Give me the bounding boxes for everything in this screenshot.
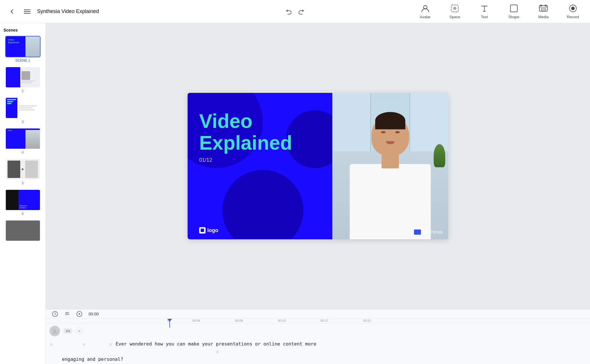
scene-label-1: SCENE 1 — [15, 58, 30, 62]
toolbar-media-label: Media — [538, 15, 548, 19]
script-text-2: engaging and personal? — [50, 356, 123, 363]
svg-point-13 — [571, 7, 575, 10]
avatar-chip — [49, 326, 60, 337]
scene-thumb-6: Welcome toSynthesia — [5, 189, 41, 211]
script-marker-1: ▷ — [50, 341, 53, 347]
topbar-left: Synthesia Video Explained — [7, 6, 415, 17]
svg-rect-8 — [539, 5, 547, 11]
main-area: Scenes VideoExplained SCENE 1 — [0, 23, 590, 364]
toolbar-avatar-label: Avatar — [420, 15, 430, 19]
script-marker-2: ▷ — [83, 341, 85, 347]
timeline-track-area: EN > ▷ ▷ ▷ Ever wondered how you can mak… — [46, 324, 590, 364]
scenes-sidebar: Scenes VideoExplained SCENE 1 — [0, 23, 46, 364]
scene-thumb-4: TITLE — [5, 128, 41, 149]
toolbar-media[interactable]: Media — [533, 4, 554, 19]
ruler-marks: 0 00:04 00:08 00:13 00:17 00:21 — [167, 319, 590, 323]
project-title: Synthesia Video Explained — [37, 8, 99, 14]
canvas-area: Video Explained 01/12 logo — [46, 23, 590, 364]
ruler-mark-4: 00:17 — [320, 319, 329, 322]
scene-item-6[interactable]: Welcome toSynthesia 6 — [3, 189, 42, 216]
scene-label-6: 6 — [22, 212, 24, 216]
topbar: Synthesia Video Explained Avatar — [0, 0, 590, 23]
script-text-1: Ever wondered how you can make your pres… — [116, 341, 316, 348]
playback-time: 00:00 — [89, 312, 99, 316]
blob-2 — [222, 170, 303, 239]
canvas-slide[interactable]: Video Explained 01/12 logo — [188, 93, 448, 239]
scene-thumb-5 — [5, 159, 41, 180]
logo-icon — [199, 227, 206, 234]
toolbar-record-label: Record — [567, 15, 579, 19]
timeline-avatar-row: EN > — [46, 324, 590, 338]
timeline-script: ▷ ▷ ▷ Ever wondered how you can make you… — [46, 338, 590, 364]
toolbar-shape[interactable]: Shape — [504, 4, 524, 19]
undo-button[interactable] — [284, 7, 293, 16]
menu-button[interactable] — [22, 6, 32, 17]
toolbar-text-label: Text — [481, 15, 488, 19]
slide-subtitle: 01/12 — [199, 157, 292, 163]
svg-point-6 — [455, 8, 455, 9]
topbar-toolbar: Avatar Space Text Shape — [415, 4, 583, 19]
timeline-area: 00:00 0 00:04 00:08 00:13 00:17 00:21 — [46, 309, 590, 364]
scene-item-4[interactable]: TITLE 4 — [3, 128, 42, 155]
toolbar-shape-label: Shape — [508, 15, 519, 19]
timeline-ruler: 0 00:04 00:08 00:13 00:17 00:21 — [46, 319, 590, 324]
slide-avatar — [332, 93, 448, 239]
redo-button[interactable] — [297, 7, 306, 16]
synthesia-watermark: synthesia — [414, 229, 442, 235]
timer-icon — [50, 309, 60, 319]
script-toggle-button[interactable] — [64, 311, 70, 317]
scene-thumb-2 — [5, 67, 41, 88]
script-marker-end: ◁ — [50, 349, 218, 355]
toolbar-space[interactable]: Space — [445, 4, 465, 19]
scene-label-2: 2 — [22, 89, 24, 93]
avatar-next-button[interactable]: > — [76, 328, 83, 334]
scene-thumb-7 — [5, 220, 41, 241]
script-line-2: ◁ — [50, 349, 585, 355]
scene-item-5[interactable]: 5 — [3, 159, 42, 185]
back-button[interactable] — [7, 6, 17, 17]
ruler-mark-0: 0 — [167, 319, 169, 322]
scene-label-3: 3 — [22, 120, 24, 124]
scene-thumb-1: VideoExplained — [5, 36, 41, 57]
script-line-3: engaging and personal? — [50, 356, 585, 363]
scene-label-5: 5 — [22, 181, 24, 185]
svg-point-16 — [54, 329, 56, 332]
toolbar-avatar[interactable]: Avatar — [415, 4, 435, 19]
canvas-viewport[interactable]: Video Explained 01/12 logo — [46, 23, 590, 309]
ruler-mark-1: 00:04 — [192, 319, 200, 322]
slide-title: Video Explained — [199, 110, 292, 154]
ruler-mark-5: 00:21 — [363, 319, 371, 322]
synthesia-icon — [414, 229, 421, 235]
svg-rect-7 — [510, 5, 517, 12]
toolbar-record[interactable]: Record — [563, 4, 583, 19]
script-line-1: ▷ ▷ ▷ Ever wondered how you can make you… — [50, 341, 585, 348]
scene-item-1[interactable]: VideoExplained SCENE 1 — [3, 36, 42, 62]
svg-rect-11 — [541, 9, 546, 10]
slide-text-area: Video Explained 01/12 — [199, 110, 292, 163]
avatar-photo — [332, 93, 448, 239]
scene-thumb-3 — [5, 97, 41, 119]
slide-background: Video Explained 01/12 logo — [188, 93, 448, 239]
topbar-center-controls — [284, 7, 306, 16]
play-button[interactable] — [75, 309, 84, 319]
scene-label-4: 4 — [22, 150, 24, 155]
slide-logo: logo — [199, 227, 218, 234]
language-badge: EN — [64, 328, 72, 334]
scene-item-7[interactable] — [3, 220, 42, 241]
toolbar-text[interactable]: Text — [474, 4, 494, 19]
toolbar-space-label: Space — [450, 15, 460, 19]
scenes-title: Scenes — [3, 28, 42, 32]
timeline-controls: 00:00 — [46, 309, 590, 319]
playhead-line — [169, 322, 170, 328]
ruler-mark-2: 00:08 — [235, 319, 243, 322]
script-marker-3: ▷ — [110, 341, 112, 347]
ruler-mark-3: 00:13 — [278, 319, 286, 322]
scene-item-3[interactable]: 3 — [3, 97, 42, 124]
scene-item-2[interactable]: 2 — [3, 67, 42, 93]
